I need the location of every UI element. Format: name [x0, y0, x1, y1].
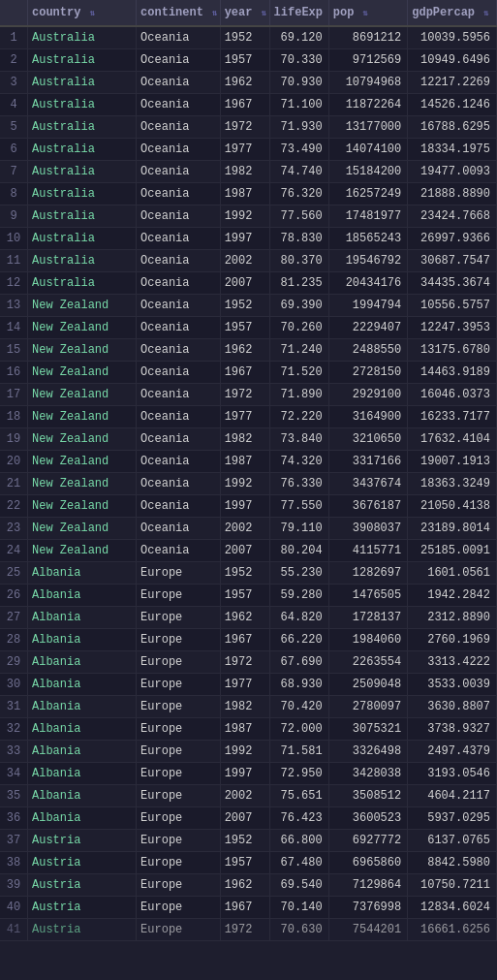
cell-pop: 2509048: [328, 674, 408, 696]
cell-continent: Oceania: [137, 518, 221, 540]
cell-lifeexp: 80.370: [269, 250, 328, 272]
cell-pop: 2780097: [328, 696, 408, 718]
cell-index: 3: [0, 72, 28, 94]
header-country[interactable]: country ⇅: [28, 0, 137, 26]
table-row: 12AustraliaOceania200781.235204341763443…: [0, 272, 497, 295]
cell-gdp: 3630.8807: [408, 696, 497, 718]
cell-index: 15: [0, 339, 28, 362]
cell-year: 1977: [220, 674, 269, 696]
cell-index: 20: [0, 451, 28, 473]
cell-pop: 3908037: [328, 518, 408, 540]
cell-continent: Europe: [137, 562, 221, 585]
cell-lifeexp: 69.390: [269, 295, 328, 317]
table-row: 6AustraliaOceania197773.4901407410018334…: [0, 139, 497, 161]
cell-year: 1962: [220, 874, 269, 897]
cell-continent: Europe: [137, 607, 221, 629]
header-index: [0, 0, 28, 26]
cell-index: 31: [0, 696, 28, 718]
cell-country: Australia: [28, 250, 137, 272]
cell-continent: Europe: [137, 696, 221, 718]
cell-lifeexp: 67.690: [269, 651, 328, 674]
cell-index: 29: [0, 651, 28, 674]
cell-year: 1992: [220, 205, 269, 228]
cell-index: 28: [0, 629, 28, 651]
cell-year: 1977: [220, 139, 269, 161]
cell-index: 26: [0, 585, 28, 607]
header-year[interactable]: year ⇅: [220, 0, 269, 26]
cell-country: New Zealand: [28, 295, 137, 317]
cell-index: 6: [0, 139, 28, 161]
header-gdp[interactable]: gdpPercap ⇅: [408, 0, 497, 26]
cell-lifeexp: 59.280: [269, 585, 328, 607]
cell-lifeexp: 71.890: [269, 384, 328, 406]
cell-gdp: 10556.5757: [408, 295, 497, 317]
cell-country: New Zealand: [28, 495, 137, 518]
cell-continent: Europe: [137, 629, 221, 651]
cell-continent: Oceania: [137, 451, 221, 473]
cell-pop: 2229407: [328, 317, 408, 339]
cell-gdp: 18334.1975: [408, 139, 497, 161]
cell-continent: Europe: [137, 807, 221, 830]
cell-pop: 7129864: [328, 874, 408, 897]
cell-gdp: 16233.7177: [408, 406, 497, 428]
table-header-row: country ⇅ continent ⇅ year ⇅ lifeExp ⇅ p…: [0, 0, 497, 26]
cell-gdp: 3533.0039: [408, 674, 497, 696]
cell-lifeexp: 70.930: [269, 72, 328, 94]
cell-index: 13: [0, 295, 28, 317]
table-row: 30AlbaniaEurope197768.93025090483533.003…: [0, 674, 497, 696]
cell-country: Albania: [28, 718, 137, 741]
header-continent[interactable]: continent ⇅: [137, 0, 221, 26]
cell-year: 1982: [220, 696, 269, 718]
cell-pop: 3164900: [328, 406, 408, 428]
cell-gdp: 4604.2117: [408, 785, 497, 807]
cell-year: 2002: [220, 250, 269, 272]
cell-gdp: 1942.2842: [408, 585, 497, 607]
cell-continent: Oceania: [137, 183, 221, 205]
cell-gdp: 2497.4379: [408, 741, 497, 763]
cell-continent: Oceania: [137, 295, 221, 317]
header-pop[interactable]: pop ⇅: [328, 0, 408, 26]
table-row: 15New ZealandOceania196271.2402488550131…: [0, 339, 497, 362]
cell-pop: 8691212: [328, 26, 408, 49]
cell-lifeexp: 79.110: [269, 518, 328, 540]
cell-index: 5: [0, 116, 28, 139]
cell-country: Austria: [28, 830, 137, 852]
cell-continent: Europe: [137, 585, 221, 607]
cell-lifeexp: 67.480: [269, 852, 328, 874]
cell-year: 1972: [220, 384, 269, 406]
cell-index: 12: [0, 272, 28, 295]
cell-gdp: 2760.1969: [408, 629, 497, 651]
cell-lifeexp: 70.630: [269, 919, 328, 941]
cell-lifeexp: 55.230: [269, 562, 328, 585]
cell-continent: Oceania: [137, 272, 221, 295]
cell-index: 27: [0, 607, 28, 629]
cell-year: 1997: [220, 763, 269, 785]
cell-year: 1952: [220, 295, 269, 317]
cell-continent: Europe: [137, 852, 221, 874]
cell-index: 25: [0, 562, 28, 585]
cell-country: New Zealand: [28, 451, 137, 473]
cell-index: 22: [0, 495, 28, 518]
cell-pop: 9712569: [328, 49, 408, 72]
cell-country: Australia: [28, 26, 137, 49]
header-lifeexp[interactable]: lifeExp ⇅: [269, 0, 328, 26]
cell-continent: Oceania: [137, 540, 221, 562]
table-row: 22New ZealandOceania199777.5503676187210…: [0, 495, 497, 518]
table-row: 7AustraliaOceania198274.7401518420019477…: [0, 161, 497, 183]
cell-lifeexp: 69.540: [269, 874, 328, 897]
cell-country: New Zealand: [28, 518, 137, 540]
cell-lifeexp: 66.220: [269, 629, 328, 651]
cell-year: 1962: [220, 72, 269, 94]
cell-gdp: 19007.1913: [408, 451, 497, 473]
cell-index: 40: [0, 897, 28, 919]
cell-index: 30: [0, 674, 28, 696]
cell-gdp: 21050.4138: [408, 495, 497, 518]
cell-index: 19: [0, 428, 28, 451]
table-row: 29AlbaniaEurope197267.69022635543313.422…: [0, 651, 497, 674]
cell-year: 1962: [220, 607, 269, 629]
cell-index: 39: [0, 874, 28, 897]
table-row: 37AustriaEurope195266.80069277726137.076…: [0, 830, 497, 852]
table-row: 21New ZealandOceania199276.3303437674183…: [0, 473, 497, 495]
cell-pop: 2263554: [328, 651, 408, 674]
cell-pop: 3210650: [328, 428, 408, 451]
